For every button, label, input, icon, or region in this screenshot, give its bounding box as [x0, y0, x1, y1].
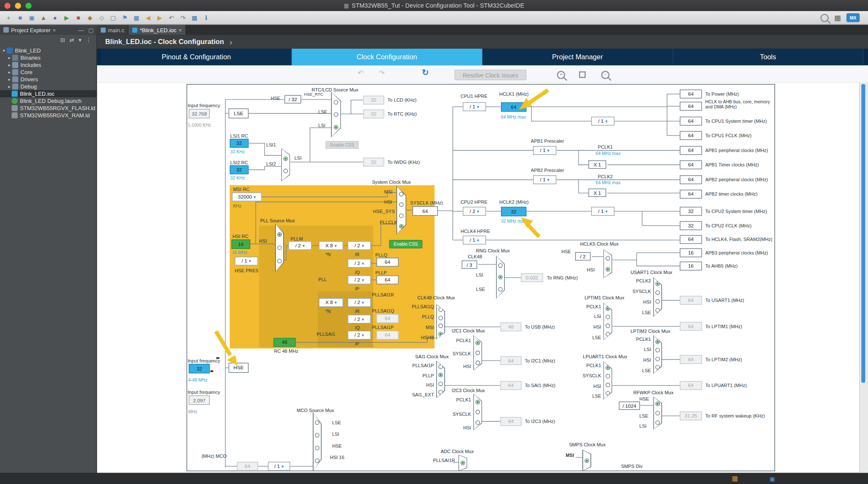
tab-tools[interactable]: Tools	[673, 49, 864, 65]
mux-radio[interactable]	[315, 459, 319, 463]
cpu1-hpre-dropdown[interactable]: / 1	[463, 102, 486, 111]
editor-tab-main-c[interactable]: main.c	[97, 25, 129, 35]
build-icon[interactable]: ▲	[38, 12, 49, 23]
twisty-closed-icon[interactable]: ▸	[7, 55, 12, 61]
grid-icon[interactable]: ▦	[131, 13, 142, 23]
redo-icon[interactable]: ↷	[378, 69, 384, 77]
pllr-dropdown[interactable]: / 2	[348, 241, 371, 250]
close-tab-icon[interactable]: ×	[178, 27, 182, 33]
status-tray-icon-b[interactable]: ▣	[770, 476, 776, 483]
filter-icon[interactable]: ▾	[78, 37, 81, 43]
profile-icon[interactable]: ◆	[85, 13, 95, 23]
pllsai1q-value[interactable]: 64	[376, 314, 398, 323]
pllsai1-r-dropdown[interactable]: / 2	[348, 298, 371, 307]
hse-frequency-field[interactable]: 32	[189, 364, 210, 373]
ahb5-value[interactable]: 16	[680, 262, 702, 271]
mux-radio[interactable]	[476, 351, 480, 355]
mux-radio[interactable]	[438, 324, 442, 328]
run-icon[interactable]: ▶	[61, 13, 72, 23]
apb1-timer-mult-box[interactable]: X 1	[588, 160, 606, 169]
scrollbar-thumb[interactable]	[861, 84, 865, 383]
mux-radio[interactable]	[476, 361, 480, 365]
hclk5-divider-box[interactable]: / 2	[575, 252, 591, 261]
mux-radio[interactable]	[606, 267, 610, 271]
mux-radio[interactable]	[284, 169, 288, 173]
hclk4-value[interactable]: 64	[680, 235, 702, 244]
mux-radio[interactable]	[334, 125, 338, 129]
mux-radio[interactable]	[655, 348, 659, 352]
mux-radio[interactable]	[606, 374, 610, 378]
cpu2-systick-value[interactable]: 32	[680, 207, 702, 216]
chip-icon[interactable]: ▩	[189, 13, 200, 23]
minimize-view-icon[interactable]: —	[78, 27, 84, 33]
mux-radio[interactable]	[655, 411, 659, 415]
twisty-closed-icon[interactable]: ▸	[7, 70, 12, 75]
hclk4-hpre-dropdown[interactable]: / 1	[463, 235, 486, 244]
mux-radio[interactable]	[476, 400, 480, 404]
tree-item-debug-launch[interactable]: Blink_LED Debug.launch	[0, 97, 97, 105]
mux-radio[interactable]	[606, 315, 610, 319]
tab-project-manager[interactable]: Project Manager	[482, 49, 673, 65]
mux-radio[interactable]	[584, 458, 589, 462]
pllsai1-p-dropdown[interactable]: / 2	[348, 331, 371, 340]
stop-icon[interactable]: ■	[73, 12, 83, 23]
mux-radio[interactable]	[461, 461, 465, 465]
tree-item-debug[interactable]: ▸ Debug	[0, 83, 97, 90]
tree-item-core[interactable]: ▸ Core	[0, 69, 97, 76]
msi-frequency-dropdown[interactable]: 32000	[232, 193, 262, 202]
rtc-clock-value[interactable]: 32	[363, 110, 384, 119]
rng-out-value[interactable]: 0.032	[521, 273, 543, 282]
cpu1-systick-divider-dropdown[interactable]: / 1	[591, 117, 615, 126]
mux-radio[interactable]	[606, 256, 610, 260]
cpu1-systick-value[interactable]: 64	[680, 117, 702, 126]
plln-dropdown[interactable]: X 8	[319, 241, 343, 250]
apb1-timer-value[interactable]: 64	[680, 160, 702, 169]
mux-radio[interactable]	[655, 420, 659, 425]
hse-enable-css-button[interactable]: Enable CSS	[389, 240, 422, 249]
usb-out-value[interactable]: 48	[501, 322, 522, 331]
hclk-ahb-value[interactable]: 64	[680, 102, 702, 111]
close-window-button[interactable]	[4, 3, 10, 8]
pllm-dropdown[interactable]: / 2	[288, 241, 312, 250]
mux-radio[interactable]	[277, 232, 281, 237]
lse-enable-css-button[interactable]: Enable CSS	[326, 141, 359, 149]
mux-radio[interactable]	[399, 213, 403, 218]
mux-radio[interactable]	[606, 324, 610, 328]
mux-radio[interactable]	[315, 433, 319, 437]
tab-clock-configuration[interactable]: Clock Configuration	[292, 49, 483, 65]
refresh-icon[interactable]: ↻	[422, 67, 428, 77]
mux-radio[interactable]	[438, 373, 442, 377]
mux-radio[interactable]	[277, 259, 281, 263]
twisty-closed-icon[interactable]: ▸	[7, 77, 12, 82]
forward-icon[interactable]: ▶	[154, 13, 165, 23]
twisty-closed-icon[interactable]: ▸	[7, 63, 12, 68]
info-icon[interactable]: ℹ	[201, 13, 211, 23]
mux-radio[interactable]	[399, 192, 403, 196]
mco-out-value[interactable]: 64	[237, 462, 258, 471]
maximize-view-icon[interactable]: ▢	[88, 27, 93, 33]
tree-item-includes[interactable]: ▸ Includes	[0, 61, 97, 69]
vertical-scrollbar[interactable]	[859, 83, 868, 473]
pllq-value[interactable]: 64	[376, 258, 398, 267]
mco-divider-dropdown[interactable]: / 1	[268, 462, 290, 471]
tree-item-project[interactable]: ▾ Blink_LED	[0, 47, 97, 54]
mux-radio[interactable]	[476, 410, 480, 414]
apb2-timer-value[interactable]: 64	[680, 190, 702, 199]
hse2-frequency-field[interactable]: 2.097	[189, 395, 210, 405]
flag-icon[interactable]: ⚑	[120, 13, 130, 23]
pllsai1p-value[interactable]: 64	[376, 331, 398, 340]
zoom-window-button[interactable]	[25, 3, 31, 8]
mux-radio[interactable]	[284, 156, 288, 160]
tree-item-blink-led-ioc[interactable]: Blink_LED.ioc	[0, 90, 97, 97]
hsi-frequency-box[interactable]: 16	[231, 240, 250, 249]
mux-radio[interactable]	[498, 263, 503, 267]
apb2-timer-mult-box[interactable]: X 1	[588, 188, 606, 197]
zoom-out-icon[interactable]: −	[601, 71, 609, 79]
hse-oscillator-box[interactable]: HSE	[228, 363, 248, 373]
lptim2-out-value[interactable]: 64	[680, 355, 702, 364]
new-file-icon[interactable]: ▢	[108, 13, 119, 23]
mux-radio[interactable]	[655, 401, 659, 406]
lse-frequency-field[interactable]: 32.768	[189, 109, 210, 118]
undo-icon[interactable]: ↶	[358, 69, 364, 77]
cubemx-perspective-icon[interactable]: MX	[846, 13, 860, 22]
